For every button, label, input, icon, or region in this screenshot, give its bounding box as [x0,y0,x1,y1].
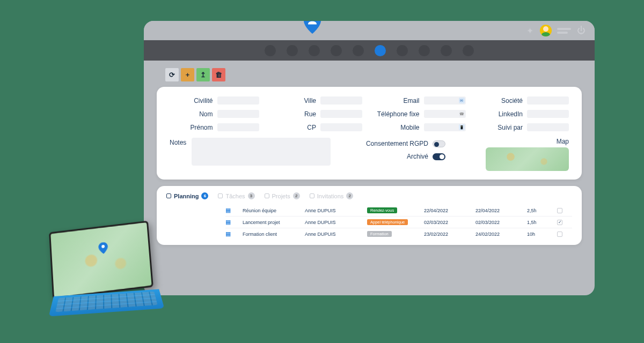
nav-dot-5[interactable] [353,45,364,56]
input-cp[interactable] [320,123,362,131]
input-suivipar[interactable] [527,123,569,131]
notes-textarea[interactable] [192,138,331,166]
nav-dot-8[interactable] [419,45,430,56]
cell-person: Anne DUPUIS [305,232,364,237]
nav-dot-9[interactable] [441,45,452,56]
label-notes: Notes [170,138,186,166]
cell-person: Anne DUPUIS [305,208,364,213]
user-menu[interactable] [557,28,571,34]
table-row[interactable]: ▦Formation clientAnne DUPUISFormation23/… [225,228,572,240]
tablet-illustration [49,227,167,325]
tab-icon [218,193,223,198]
toggle-consentement[interactable] [433,140,445,147]
delete-button[interactable]: 🗑 [212,68,225,81]
cell-duration: 10h [527,232,554,237]
input-telfixe[interactable]: ☎ [424,110,466,118]
tab-label: Planning [174,193,199,199]
related-records-card: Planning6Tâches3Projets2Invitations2 ▦Ré… [157,186,582,245]
tab-taches[interactable]: Tâches3 [218,192,254,199]
label-mobile: Mobile [400,124,419,131]
nav-tabs [144,40,595,61]
tab-label: Invitations [317,193,344,199]
tab-projets[interactable]: Projets2 [265,192,300,199]
add-button[interactable]: + [181,68,194,81]
cell-tag: Rendez-vous [367,207,397,213]
label-rue: Rue [304,110,316,118]
row-checkbox[interactable] [557,208,562,213]
row-checkbox[interactable]: ✓ [557,220,562,225]
tab-label: Projets [272,193,290,199]
action-toolbar: ⟳ + ↥ 🗑 [144,61,595,81]
cell-date-start: 23/02/2022 [424,232,472,237]
cell-title: Réunion équipe [243,208,302,213]
label-map: Map [557,138,569,145]
calendar-icon: ▦ [225,230,239,237]
cell-person: Anne DUPUIS [305,220,364,225]
tab-badge: 2 [293,192,300,199]
input-linkedin[interactable] [527,110,569,118]
input-civilite[interactable] [217,96,259,105]
app-window: ✦ ⏻ ⟳ + ↥ 🗑 Civilité Ville Email✉ Sociét… [144,21,595,295]
email-icon[interactable]: ✉ [459,98,465,103]
power-icon[interactable]: ⏻ [576,26,586,35]
tab-planning[interactable]: Planning6 [166,192,208,199]
cell-tag: Formation [367,231,392,237]
table-row[interactable]: ▦Réunion équipeAnne DUPUISRendez-vous22/… [225,205,572,216]
nav-dot-7[interactable] [397,45,408,56]
row-checkbox[interactable] [557,232,562,237]
cell-date-start: 02/03/2022 [424,220,472,225]
input-ville[interactable] [320,96,362,105]
title-bar: ✦ ⏻ [144,21,595,40]
calendar-icon: ▦ [225,207,239,214]
label-consentement: Consentement RGPD [366,140,428,147]
cell-date-end: 24/02/2022 [475,232,524,237]
calendar-icon: ▦ [225,219,239,226]
nav-dot-4[interactable] [331,45,342,56]
label-email: Email [403,97,419,105]
refresh-button[interactable]: ⟳ [165,68,179,81]
tab-badge: 3 [248,192,255,199]
label-ville: Ville [304,97,316,105]
nav-dot-2[interactable] [287,45,298,56]
label-suivipar: Suivi par [497,124,523,131]
label-linkedin: LinkedIn [499,110,523,118]
label-prenom: Prénom [190,124,213,131]
map-thumbnail[interactable] [486,147,569,171]
mobile-icon[interactable]: 📱 [459,124,465,130]
label-societe: Société [501,97,523,105]
sparkle-icon[interactable]: ✦ [525,26,535,35]
input-email[interactable]: ✉ [424,96,466,105]
tab-icon [166,193,171,198]
label-nom: Nom [199,110,213,118]
nav-dot-3[interactable] [309,45,320,56]
input-prenom[interactable] [217,123,259,131]
tab-icon [265,193,269,198]
nav-dot-10[interactable] [463,45,474,56]
cell-tag: Appel téléphonique [367,219,408,225]
cell-date-end: 02/03/2022 [475,220,524,225]
input-societe[interactable] [527,96,569,105]
tab-label: Tâches [225,193,245,199]
tab-icon [310,193,314,198]
input-mobile[interactable]: 📱 [424,123,466,131]
cell-duration: 2,5h [527,208,554,213]
label-cp: CP [307,124,316,131]
label-telfixe: Téléphone fixe [377,110,420,118]
toggle-archive[interactable] [433,153,445,160]
cell-date-end: 22/04/2022 [475,208,524,213]
user-avatar[interactable] [540,25,552,36]
table-row[interactable]: ▦Lancement projetAnne DUPUISAppel téléph… [225,216,572,228]
map-pin-icon [98,242,108,255]
cell-date-start: 22/04/2022 [424,208,472,213]
phone-icon[interactable]: ☎ [459,111,465,117]
label-civilite: Civilité [194,97,213,105]
nav-dot-6-active[interactable] [375,45,386,56]
contact-form-card: Civilité Ville Email✉ Société Nom Rue Té… [157,87,582,180]
label-archive: Archivé [407,153,428,160]
input-nom[interactable] [217,110,259,118]
input-rue[interactable] [320,110,362,118]
export-button[interactable]: ↥ [196,68,210,81]
person-pin-icon [304,21,321,34]
nav-dot-1[interactable] [265,45,276,56]
tab-invitations[interactable]: Invitations2 [310,192,354,199]
